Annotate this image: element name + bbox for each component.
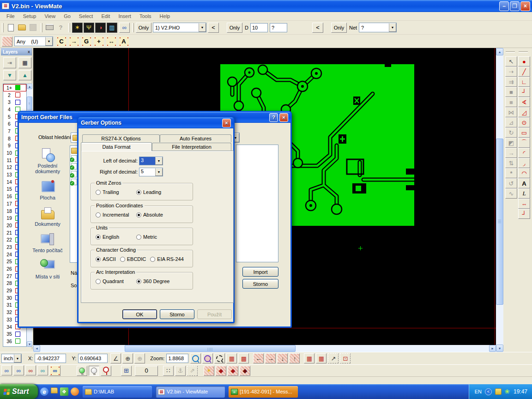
draw-line-icon[interactable]: ╱ (518, 66, 530, 77)
scroll-right-icon[interactable]: ▸ (489, 345, 496, 352)
y-coordinate-input[interactable] (78, 354, 108, 363)
toolbar-grip[interactable] (68, 23, 70, 32)
radio-icon[interactable] (136, 235, 141, 240)
tab-auto-features[interactable]: Auto Features (160, 134, 231, 142)
draw-polyline-icon[interactable]: ∟ (518, 77, 530, 87)
mirror-icon[interactable]: ⋈ (505, 107, 517, 117)
layer-swatch[interactable] (15, 85, 20, 90)
only-layer-button[interactable]: Only (136, 23, 151, 33)
scroll-up-icon[interactable]: ▴ (496, 48, 503, 55)
highlight-circle-icon[interactable]: ◑ (95, 23, 106, 33)
layer-row[interactable]: 36 (3, 338, 26, 345)
draw-arc-ccw-icon[interactable]: ◜ (518, 148, 530, 158)
apply-button[interactable]: Použít (197, 309, 232, 319)
place-recent[interactable]: Poslední dokumenty (25, 148, 70, 174)
firefox-quicklaunch-icon[interactable] (71, 387, 79, 396)
move-item-icon[interactable]: ⇢ (505, 66, 517, 77)
dock-panel-icon[interactable]: ⇥ (3, 57, 16, 68)
radio-option[interactable]: Absolute (136, 212, 163, 218)
place-documents[interactable]: Dokumenty (25, 206, 70, 227)
fill-light-icon[interactable]: ■ (505, 97, 517, 107)
file-item-icon[interactable] (71, 171, 77, 177)
file-item-icon[interactable] (71, 179, 77, 185)
chevron-down-icon[interactable]: ▼ (199, 23, 206, 32)
dcode-input[interactable] (250, 23, 268, 32)
radio-icon[interactable] (96, 279, 101, 284)
layer-swatch[interactable] (15, 339, 20, 344)
radio-option[interactable]: EBCDIC (120, 256, 146, 262)
undo-arc-icon[interactable]: ↺ (505, 178, 517, 188)
relative-origin-icon[interactable]: ⊕ (134, 353, 145, 363)
layers-close-icon[interactable]: x (28, 49, 30, 54)
place-network[interactable]: Místa v síti (25, 259, 70, 279)
tray-flower-icon[interactable] (504, 388, 510, 395)
origin-crosshair-icon[interactable]: ⊕ (122, 353, 133, 363)
folder-quicklaunch-icon[interactable] (51, 387, 58, 393)
radio-option[interactable]: Leading (136, 189, 161, 195)
radio-icon[interactable] (96, 257, 101, 262)
view-all-icon[interactable]: ∞ (1, 365, 12, 375)
toolbar-grip[interactable] (41, 23, 42, 32)
zoom-in-icon[interactable] (190, 353, 201, 363)
radio-icon[interactable] (96, 235, 101, 240)
radio-option[interactable]: English (96, 234, 136, 240)
file-item-icon[interactable] (71, 155, 77, 162)
menu-item[interactable]: Edit (97, 12, 114, 20)
task-viewmate[interactable]: V2.bin - ViewMate (156, 386, 225, 398)
storno-button[interactable]: Storno (160, 309, 194, 319)
pan-up-icon[interactable]: ↑ (289, 353, 300, 363)
close-button[interactable]: × (520, 1, 530, 11)
layer-down-icon[interactable]: ▼ (3, 70, 16, 80)
layer-scroll-thumb[interactable]: ≡ (27, 97, 32, 110)
import-button[interactable]: Import (242, 267, 278, 277)
layer-table-icon[interactable]: ▦ (18, 57, 31, 68)
layer-scroll-up-icon[interactable]: ▴ (27, 84, 32, 89)
palette-grip[interactable] (519, 51, 528, 53)
text-a-icon[interactable]: A (118, 36, 129, 47)
draw-triangle-icon[interactable]: ◿ (518, 107, 530, 117)
book-quicklaunch-icon[interactable]: ❖ (60, 387, 68, 396)
toolbar-grip[interactable] (2, 23, 4, 32)
probe-icon[interactable] (101, 366, 111, 376)
grid-block-arrow-icon[interactable]: ▦ (316, 353, 326, 363)
radio-option[interactable]: Metric (136, 234, 157, 240)
chevron-down-icon[interactable]: ▼ (45, 37, 53, 46)
label-tool-icon[interactable]: L (518, 188, 530, 199)
save-file-button[interactable] (28, 23, 38, 33)
context-help-button[interactable]: ? (55, 23, 66, 33)
highlight-off-icon[interactable] (89, 366, 99, 376)
redraw-flash-icon[interactable]: ✶ (72, 23, 83, 33)
h-scrollbar[interactable]: ◂ |||| ▸ (33, 345, 496, 352)
new-file-button[interactable] (6, 23, 16, 33)
highlight-on-icon[interactable] (77, 366, 87, 376)
menu-item[interactable]: Go (60, 12, 74, 20)
view-lines-icon[interactable]: ∞ (13, 365, 24, 375)
scroll-down-icon[interactable]: ▾ (496, 345, 503, 352)
ghost-move-icon[interactable]: ⇗ (187, 366, 198, 376)
anchor-icon[interactable]: ⚓ (175, 366, 186, 376)
pad-mode-icon[interactable]: ◆ (216, 366, 226, 376)
flash-mode-icon[interactable]: ✶ (204, 366, 214, 376)
grid-g-icon[interactable]: G (81, 36, 92, 47)
draw-circle-icon[interactable]: ⊙ (518, 117, 530, 127)
radio-option[interactable]: Trailing (96, 189, 136, 195)
select-cursor-icon[interactable]: ↖ (505, 56, 517, 66)
pattern-dots-icon[interactable] (2, 36, 12, 47)
draw-arc-cw-icon[interactable]: ◞ (518, 158, 530, 168)
minimize-button[interactable]: – (499, 1, 509, 11)
draw-corner-icon[interactable]: ┘ (518, 87, 530, 97)
draw-chord-icon[interactable]: ⌒ (518, 138, 530, 148)
radio-option[interactable]: ASCII (96, 256, 116, 262)
menu-item[interactable]: Select (75, 12, 97, 20)
copy-item-icon[interactable]: ⇉ (505, 77, 517, 87)
draw-arc-line-icon[interactable]: ◠ (518, 168, 530, 178)
pan-down-icon[interactable]: ↓ (277, 353, 288, 363)
file-item-icon[interactable] (71, 163, 77, 169)
radio-icon[interactable] (136, 212, 141, 218)
menu-item[interactable]: File (3, 12, 18, 20)
ie-quicklaunch-icon[interactable]: e (40, 387, 48, 396)
grid-dots-icon[interactable]: ∷ (163, 366, 174, 376)
close-icon[interactable]: × (279, 113, 288, 122)
menu-item[interactable]: Insert (115, 12, 135, 20)
open-file-button[interactable] (17, 23, 27, 33)
